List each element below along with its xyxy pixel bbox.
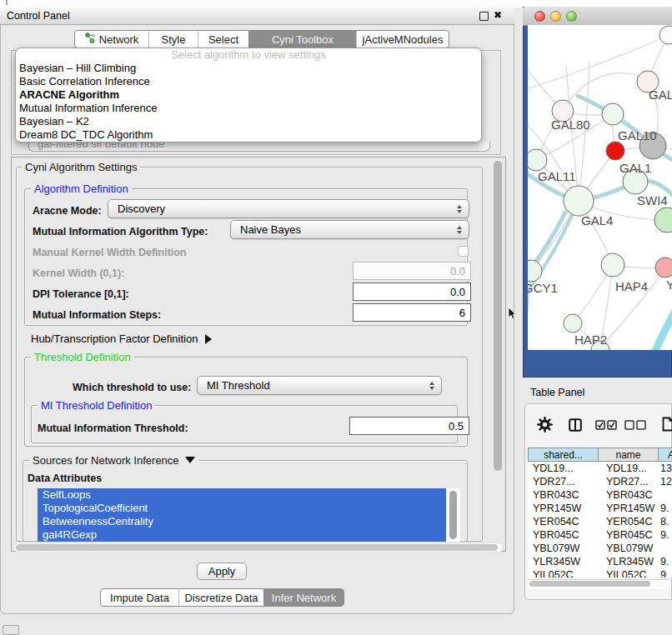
aracne-mode-combobox[interactable]: Discovery xyxy=(108,199,469,218)
manual-kernel-label: Manual Kernel Width Definition xyxy=(33,247,187,258)
dropdown-item[interactable]: Dream8 DC_TDC Algorithm xyxy=(16,128,481,142)
svg-text:GAL11: GAL11 xyxy=(538,169,576,183)
svg-text:GAL1: GAL1 xyxy=(619,161,651,175)
svg-text:GAL10: GAL10 xyxy=(618,128,657,142)
node-gal4 xyxy=(564,186,594,216)
dropdown-item[interactable]: Bayesian – Hill Climbing xyxy=(16,62,481,75)
tab-network[interactable]: Network xyxy=(75,31,148,48)
combo-arrows-icon xyxy=(453,205,465,213)
svg-text:HAP4: HAP4 xyxy=(615,279,648,293)
network-node-labels: GAL GAL80 GAL10 GAL11 GAL1 SWI4 GAL4 GCY… xyxy=(528,88,672,347)
unchecked-columns-icon[interactable] xyxy=(624,420,647,430)
window-edge-mark xyxy=(6,0,8,5)
mi-steps-field[interactable]: 6 xyxy=(353,303,471,322)
tab-discretize-data[interactable]: Discretize Data xyxy=(178,589,263,606)
svg-text:GCY1: GCY1 xyxy=(528,281,558,295)
list-item[interactable]: SelfLoops xyxy=(38,488,446,502)
mi-algorithm-type-label: Mutual Information Algorithm Type: xyxy=(33,226,208,238)
mi-threshold-label: Mutual Information Threshold: xyxy=(38,422,188,434)
gear-icon[interactable] xyxy=(537,417,553,436)
hub-definition-toggle[interactable]: Hub/Transcription Factor Definition xyxy=(31,332,212,345)
table-hscrollbar[interactable] xyxy=(529,581,650,587)
node-gcy1 xyxy=(528,260,542,282)
tab-jactivemnodules[interactable]: jActiveMNodules xyxy=(356,31,449,48)
svg-text:HAP2: HAP2 xyxy=(574,332,607,347)
split-view-icon[interactable] xyxy=(569,418,582,435)
dropdown-item[interactable]: Mutual Information Inference xyxy=(16,102,481,115)
dock-corner-button[interactable] xyxy=(3,625,19,635)
table-row[interactable]: YBL079WYBL079W xyxy=(528,542,672,555)
apply-button[interactable]: Apply xyxy=(197,562,247,580)
table-rows: YDL19...YDL19...13 YDR27...YDR27...12 YB… xyxy=(528,462,672,578)
which-threshold-combobox[interactable]: MI Threshold xyxy=(197,376,442,395)
network-canvas[interactable]: GAL GAL80 GAL10 GAL11 GAL1 SWI4 GAL4 GCY… xyxy=(528,25,672,350)
table-row[interactable]: YPR145WYPR145W9. xyxy=(528,502,672,515)
checked-columns-icon[interactable] xyxy=(595,420,618,430)
table-row[interactable]: YIL052CYIL052C9 xyxy=(528,568,672,578)
dropdown-item-selected[interactable]: ARACNE Algorithm xyxy=(16,88,481,102)
list-item[interactable]: gal4RGexp xyxy=(38,528,446,542)
mi-threshold-group-title: MI Threshold Definition xyxy=(38,399,155,412)
algorithm-dropdown-popup: Select algorithm to view settings Bayesi… xyxy=(15,48,482,142)
svg-text:SWI4: SWI4 xyxy=(637,193,668,208)
kernel-width-field[interactable]: 0.0 xyxy=(353,262,471,280)
page-icon[interactable] xyxy=(662,417,672,435)
close-traffic-light-icon[interactable] xyxy=(534,11,545,22)
data-attributes-list: SelfLoops TopologicalCoefficient Between… xyxy=(38,488,460,542)
node xyxy=(659,26,672,44)
mi-algorithm-type-combobox[interactable]: Naive Bayes xyxy=(230,220,469,239)
algorithm-definition-title: Algorithm Definition xyxy=(31,182,132,195)
manual-kernel-checkbox[interactable] xyxy=(458,246,469,257)
cyni-settings-group-title: Cyni Algorithm Settings xyxy=(22,161,140,173)
dropdown-item[interactable]: Basic Correlation Inference xyxy=(16,75,481,88)
node-hap4 xyxy=(601,253,624,277)
float-window-icon[interactable] xyxy=(479,12,489,21)
data-attributes-label: Data Attributes xyxy=(28,472,102,484)
table-row[interactable]: YDL19...YDL19...13 xyxy=(528,462,672,475)
control-panel-bottom-tabs: Impute Data Discretize Data Infer Networ… xyxy=(100,588,344,607)
table-row[interactable]: YBR045CYBR045C9. xyxy=(528,528,672,542)
svg-text:GAL: GAL xyxy=(649,88,672,102)
tab-cyni-toolbox[interactable]: Cyni Toolbox xyxy=(248,31,356,48)
mi-threshold-field[interactable]: 0.5 xyxy=(349,417,469,435)
table-panel-title: Table Panel xyxy=(530,387,584,398)
which-threshold-label: Which threshold to use: xyxy=(73,382,191,393)
dropdown-item[interactable]: Bayesian – K2 xyxy=(16,115,481,128)
node-green xyxy=(654,208,672,232)
vertical-scrollbar[interactable] xyxy=(494,161,502,471)
node-gal10 xyxy=(602,103,624,125)
control-panel-tabs: Network Style Select Cyni Toolbox jActiv… xyxy=(74,30,449,48)
table-row[interactable]: YBR043CYBR043C xyxy=(528,488,672,502)
table-row[interactable]: YLR345WYLR345W9. xyxy=(528,555,672,568)
horizontal-scrollbar[interactable] xyxy=(16,544,498,551)
minimize-traffic-light-icon[interactable] xyxy=(550,11,561,22)
list-item[interactable]: TopologicalCoefficient xyxy=(38,502,446,515)
tab-style[interactable]: Style xyxy=(148,31,198,48)
control-panel-titlebar xyxy=(0,8,514,25)
node-gal11 xyxy=(528,149,547,171)
close-icon[interactable]: ✖ xyxy=(494,9,502,21)
list-item[interactable]: BetweennessCentrality xyxy=(38,515,446,528)
mi-steps-label: Mutual Information Steps: xyxy=(33,309,161,321)
svg-text:GAL80: GAL80 xyxy=(551,118,590,132)
column-header-clipped[interactable]: A xyxy=(659,448,672,462)
table-row[interactable]: YDR27...YDR27...12 xyxy=(528,475,672,488)
dpi-tolerance-field[interactable]: 0.0 xyxy=(353,282,471,301)
table-header-row: shared... name A xyxy=(528,448,672,462)
tab-infer-network[interactable]: Infer Network xyxy=(263,589,344,606)
algorithm-combobox-partial[interactable]: gal-filtered sif default node xyxy=(28,142,490,152)
list-vertical-scrollbar[interactable] xyxy=(449,491,457,539)
column-header-name[interactable]: name xyxy=(599,448,659,462)
table-row[interactable]: YER054CYER054C8. xyxy=(528,515,672,528)
sources-group-title[interactable]: Sources for Network Inference xyxy=(29,454,198,467)
combo-arrows-icon xyxy=(425,382,438,390)
dropdown-placeholder: Select algorithm to view settings xyxy=(16,48,481,62)
tab-impute-data[interactable]: Impute Data xyxy=(101,589,178,606)
collapse-arrow-down-icon xyxy=(185,457,195,463)
kernel-width-label: Kernel Width (0,1): xyxy=(33,268,124,279)
aracne-mode-label: Aracne Mode: xyxy=(33,205,102,217)
tab-select[interactable]: Select xyxy=(198,31,248,48)
zoom-traffic-light-icon[interactable] xyxy=(566,11,577,22)
dpi-tolerance-label: DPI Tolerance [0,1]: xyxy=(33,288,129,300)
column-header-shared[interactable]: shared... xyxy=(528,448,599,462)
